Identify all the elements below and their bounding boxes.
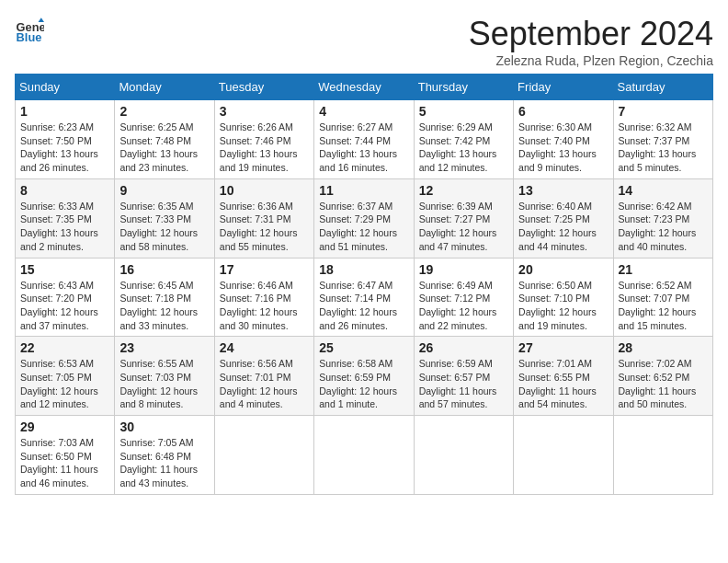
day-number: 8 <box>20 183 109 198</box>
calendar-cell: 25Sunrise: 6:58 AMSunset: 6:59 PMDayligh… <box>314 337 414 416</box>
calendar-cell: 11Sunrise: 6:37 AMSunset: 7:29 PMDayligh… <box>314 178 414 258</box>
day-info: Sunrise: 6:50 AMSunset: 7:10 PMDaylight:… <box>518 279 608 333</box>
day-number: 4 <box>319 104 408 119</box>
calendar-cell: 7Sunrise: 6:32 AMSunset: 7:37 PMDaylight… <box>613 100 712 179</box>
calendar-cell: 19Sunrise: 6:49 AMSunset: 7:12 PMDayligh… <box>414 258 513 337</box>
calendar-week-4: 29Sunrise: 7:03 AMSunset: 6:50 PMDayligh… <box>16 416 713 495</box>
calendar-cell: 14Sunrise: 6:42 AMSunset: 7:23 PMDayligh… <box>613 178 712 258</box>
calendar-cell: 28Sunrise: 7:02 AMSunset: 6:52 PMDayligh… <box>613 337 712 416</box>
day-number: 9 <box>119 183 209 198</box>
calendar-cell: 6Sunrise: 6:30 AMSunset: 7:40 PMDaylight… <box>514 100 613 179</box>
day-info: Sunrise: 6:56 AMSunset: 7:01 PMDaylight:… <box>220 357 309 411</box>
day-number: 21 <box>619 262 708 277</box>
calendar-body: 1Sunrise: 6:23 AMSunset: 7:50 PMDaylight… <box>16 100 713 495</box>
day-info: Sunrise: 6:39 AMSunset: 7:27 PMDaylight:… <box>419 200 508 254</box>
day-number: 29 <box>20 419 109 434</box>
svg-text:Blue: Blue <box>17 30 42 44</box>
calendar-cell: 8Sunrise: 6:33 AMSunset: 7:35 PMDaylight… <box>16 178 115 258</box>
day-info: Sunrise: 6:59 AMSunset: 6:57 PMDaylight:… <box>419 357 508 411</box>
day-number: 1 <box>20 104 109 119</box>
day-info: Sunrise: 6:45 AMSunset: 7:18 PMDaylight:… <box>119 279 209 333</box>
day-number: 24 <box>220 340 309 355</box>
month-title: September 2024 <box>469 15 713 53</box>
calendar-cell: 12Sunrise: 6:39 AMSunset: 7:27 PMDayligh… <box>414 178 513 258</box>
calendar-cell: 22Sunrise: 6:53 AMSunset: 7:05 PMDayligh… <box>16 337 115 416</box>
header-cell-thursday: Thursday <box>414 75 513 100</box>
day-number: 11 <box>319 183 408 198</box>
calendar-week-0: 1Sunrise: 6:23 AMSunset: 7:50 PMDaylight… <box>16 100 713 179</box>
day-info: Sunrise: 6:43 AMSunset: 7:20 PMDaylight:… <box>20 279 109 333</box>
header-row: SundayMondayTuesdayWednesdayThursdayFrid… <box>16 75 713 100</box>
day-number: 5 <box>419 104 508 119</box>
calendar-cell: 16Sunrise: 6:45 AMSunset: 7:18 PMDayligh… <box>115 258 214 337</box>
day-info: Sunrise: 6:49 AMSunset: 7:12 PMDaylight:… <box>419 279 508 333</box>
day-number: 22 <box>20 340 109 355</box>
day-number: 12 <box>419 183 508 198</box>
day-info: Sunrise: 6:29 AMSunset: 7:42 PMDaylight:… <box>419 121 508 175</box>
calendar-cell <box>613 416 712 495</box>
day-info: Sunrise: 7:01 AMSunset: 6:55 PMDaylight:… <box>518 357 608 411</box>
calendar-week-3: 22Sunrise: 6:53 AMSunset: 7:05 PMDayligh… <box>16 337 713 416</box>
calendar-cell <box>314 416 414 495</box>
day-number: 25 <box>319 340 408 355</box>
day-info: Sunrise: 7:05 AMSunset: 6:48 PMDaylight:… <box>119 436 209 490</box>
day-info: Sunrise: 6:26 AMSunset: 7:46 PMDaylight:… <box>220 121 309 175</box>
logo: General Blue <box>15 15 44 44</box>
day-number: 23 <box>119 340 209 355</box>
header-cell-monday: Monday <box>115 75 214 100</box>
calendar-table: SundayMondayTuesdayWednesdayThursdayFrid… <box>15 74 713 495</box>
day-number: 3 <box>220 104 309 119</box>
calendar-cell: 21Sunrise: 6:52 AMSunset: 7:07 PMDayligh… <box>613 258 712 337</box>
calendar-cell: 27Sunrise: 7:01 AMSunset: 6:55 PMDayligh… <box>514 337 613 416</box>
day-info: Sunrise: 6:40 AMSunset: 7:25 PMDaylight:… <box>518 200 608 254</box>
day-number: 28 <box>619 340 708 355</box>
logo-icon: General Blue <box>15 15 44 44</box>
day-number: 26 <box>419 340 508 355</box>
calendar-cell: 4Sunrise: 6:27 AMSunset: 7:44 PMDaylight… <box>314 100 414 179</box>
day-info: Sunrise: 7:03 AMSunset: 6:50 PMDaylight:… <box>20 436 109 490</box>
calendar-header: SundayMondayTuesdayWednesdayThursdayFrid… <box>16 75 713 100</box>
day-info: Sunrise: 6:42 AMSunset: 7:23 PMDaylight:… <box>619 200 708 254</box>
day-number: 6 <box>518 104 608 119</box>
calendar-week-2: 15Sunrise: 6:43 AMSunset: 7:20 PMDayligh… <box>16 258 713 337</box>
location: Zelezna Ruda, Plzen Region, Czechia <box>469 53 713 68</box>
calendar-cell: 20Sunrise: 6:50 AMSunset: 7:10 PMDayligh… <box>514 258 613 337</box>
day-info: Sunrise: 6:32 AMSunset: 7:37 PMDaylight:… <box>619 121 708 175</box>
calendar-cell: 23Sunrise: 6:55 AMSunset: 7:03 PMDayligh… <box>115 337 214 416</box>
day-info: Sunrise: 6:35 AMSunset: 7:33 PMDaylight:… <box>119 200 209 254</box>
day-number: 2 <box>119 104 209 119</box>
calendar-cell: 3Sunrise: 6:26 AMSunset: 7:46 PMDaylight… <box>214 100 313 179</box>
header: General Blue September 2024 Zelezna Ruda… <box>15 15 713 68</box>
calendar-cell: 5Sunrise: 6:29 AMSunset: 7:42 PMDaylight… <box>414 100 513 179</box>
calendar-cell: 13Sunrise: 6:40 AMSunset: 7:25 PMDayligh… <box>514 178 613 258</box>
day-info: Sunrise: 6:36 AMSunset: 7:31 PMDaylight:… <box>220 200 309 254</box>
day-info: Sunrise: 7:02 AMSunset: 6:52 PMDaylight:… <box>619 357 708 411</box>
calendar-cell: 17Sunrise: 6:46 AMSunset: 7:16 PMDayligh… <box>214 258 313 337</box>
day-number: 20 <box>518 262 608 277</box>
day-info: Sunrise: 6:58 AMSunset: 6:59 PMDaylight:… <box>319 357 408 411</box>
calendar-cell: 15Sunrise: 6:43 AMSunset: 7:20 PMDayligh… <box>16 258 115 337</box>
day-number: 27 <box>518 340 608 355</box>
day-number: 7 <box>619 104 708 119</box>
day-number: 16 <box>119 262 209 277</box>
day-info: Sunrise: 6:53 AMSunset: 7:05 PMDaylight:… <box>20 357 109 411</box>
day-number: 18 <box>319 262 408 277</box>
calendar-week-1: 8Sunrise: 6:33 AMSunset: 7:35 PMDaylight… <box>16 178 713 258</box>
day-info: Sunrise: 6:37 AMSunset: 7:29 PMDaylight:… <box>319 200 408 254</box>
day-info: Sunrise: 6:46 AMSunset: 7:16 PMDaylight:… <box>220 279 309 333</box>
day-number: 17 <box>220 262 309 277</box>
day-info: Sunrise: 6:30 AMSunset: 7:40 PMDaylight:… <box>518 121 608 175</box>
calendar-cell <box>214 416 313 495</box>
day-number: 14 <box>619 183 708 198</box>
calendar-cell: 24Sunrise: 6:56 AMSunset: 7:01 PMDayligh… <box>214 337 313 416</box>
header-cell-sunday: Sunday <box>16 75 115 100</box>
calendar-cell: 29Sunrise: 7:03 AMSunset: 6:50 PMDayligh… <box>16 416 115 495</box>
calendar-cell: 9Sunrise: 6:35 AMSunset: 7:33 PMDaylight… <box>115 178 214 258</box>
calendar-cell <box>414 416 513 495</box>
day-info: Sunrise: 6:25 AMSunset: 7:48 PMDaylight:… <box>119 121 209 175</box>
day-number: 13 <box>518 183 608 198</box>
day-info: Sunrise: 6:52 AMSunset: 7:07 PMDaylight:… <box>619 279 708 333</box>
day-number: 19 <box>419 262 508 277</box>
header-cell-friday: Friday <box>514 75 613 100</box>
day-number: 15 <box>20 262 109 277</box>
